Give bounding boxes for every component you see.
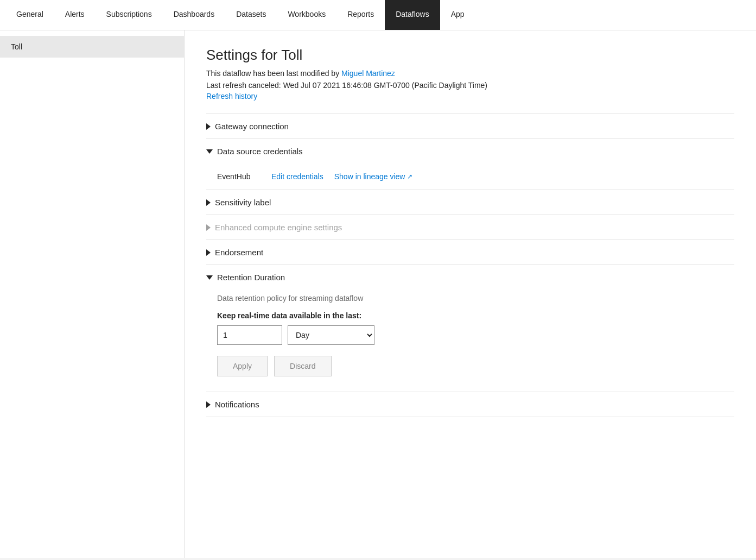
retention-inputs: Day Week Month (217, 325, 734, 345)
tab-app[interactable]: App (440, 0, 475, 30)
expand-icon-notifications (206, 401, 211, 408)
page-title: Settings for Toll (206, 47, 734, 64)
enhanced-header: Enhanced compute engine settings (206, 215, 734, 240)
show-in-lineage-link[interactable]: Show in lineage view ↗ (334, 172, 413, 181)
tab-dashboards[interactable]: Dashboards (163, 0, 226, 30)
expand-icon-enhanced (206, 224, 211, 231)
lineage-link-text: Show in lineage view (334, 172, 405, 181)
tab-dataflows[interactable]: Dataflows (385, 0, 440, 30)
sensitivity-header[interactable]: Sensitivity label (206, 190, 734, 215)
last-refresh-text: Last refresh canceled: Wed Jul 07 2021 1… (206, 81, 734, 90)
credentials-row: EventHub Edit credentials Show in lineag… (217, 168, 734, 185)
tab-datasets[interactable]: Datasets (225, 0, 277, 30)
expand-icon-sensitivity (206, 199, 211, 206)
tab-subscriptions[interactable]: Subscriptions (96, 0, 163, 30)
section-credentials: Data source credentials EventHub Edit cr… (206, 139, 734, 190)
credentials-label: Data source credentials (217, 147, 303, 156)
retention-label: Retention Duration (217, 273, 285, 282)
notifications-label: Notifications (215, 400, 259, 409)
eventhub-label: EventHub (217, 172, 261, 181)
section-enhanced: Enhanced compute engine settings (206, 215, 734, 240)
section-sensitivity: Sensitivity label (206, 190, 734, 215)
section-gateway: Gateway connection (206, 114, 734, 139)
top-navigation: General Alerts Subscriptions Dashboards … (0, 0, 756, 30)
sensitivity-label: Sensitivity label (215, 198, 271, 207)
credentials-header[interactable]: Data source credentials (206, 139, 734, 163)
retention-header[interactable]: Retention Duration (206, 265, 734, 290)
endorsement-label: Endorsement (215, 248, 263, 257)
sidebar-item-toll[interactable]: Toll (0, 36, 184, 58)
main-layout: Toll Settings for Toll This dataflow has… (0, 30, 756, 558)
section-notifications: Notifications (206, 392, 734, 417)
endorsement-header[interactable]: Endorsement (206, 240, 734, 265)
expand-icon-endorsement (206, 249, 211, 256)
apply-button[interactable]: Apply (217, 356, 268, 376)
edit-credentials-link[interactable]: Edit credentials (271, 172, 323, 181)
tab-reports[interactable]: Reports (336, 0, 385, 30)
content-area: Settings for Toll This dataflow has been… (185, 30, 756, 558)
expand-icon-gateway (206, 123, 211, 130)
enhanced-label: Enhanced compute engine settings (215, 223, 342, 232)
sidebar: Toll (0, 30, 185, 558)
expand-icon-retention (206, 275, 213, 280)
external-link-icon: ↗ (407, 173, 412, 180)
retention-number-input[interactable] (217, 325, 282, 345)
tab-general[interactable]: General (5, 0, 54, 30)
retention-unit-select[interactable]: Day Week Month (288, 325, 374, 345)
credentials-content: EventHub Edit credentials Show in lineag… (206, 163, 734, 190)
refresh-history-link[interactable]: Refresh history (206, 92, 257, 100)
tab-alerts[interactable]: Alerts (54, 0, 96, 30)
modified-by-link[interactable]: Miguel Martinez (341, 69, 395, 78)
keep-label: Keep real-time data available in the las… (217, 311, 734, 320)
retention-description: Data retention policy for streaming data… (217, 294, 734, 303)
notifications-header[interactable]: Notifications (206, 392, 734, 417)
modified-by-text: This dataflow has been last modified by … (206, 69, 734, 78)
retention-content: Data retention policy for streaming data… (206, 290, 734, 392)
section-endorsement: Endorsement (206, 240, 734, 265)
button-row: Apply Discard (217, 356, 734, 376)
tab-workbooks[interactable]: Workbooks (277, 0, 336, 30)
discard-button[interactable]: Discard (274, 356, 331, 376)
gateway-connection-header[interactable]: Gateway connection (206, 114, 734, 139)
expand-icon-credentials (206, 149, 213, 154)
gateway-connection-label: Gateway connection (215, 122, 289, 131)
modified-by-label: This dataflow has been last modified by (206, 69, 341, 78)
section-retention: Retention Duration Data retention policy… (206, 265, 734, 392)
